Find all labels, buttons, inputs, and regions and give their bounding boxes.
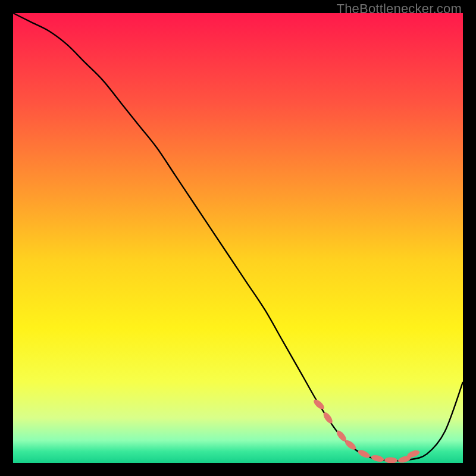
bottleneck-chart [13, 13, 463, 463]
chart-background [13, 13, 463, 463]
chart-frame [13, 13, 463, 463]
